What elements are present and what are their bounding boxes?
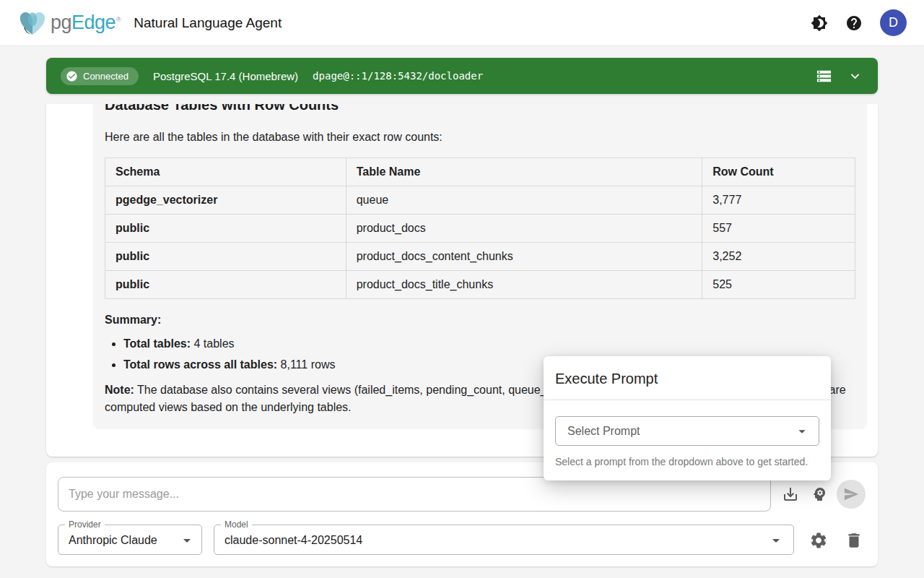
- select-prompt-value: Select Prompt: [567, 425, 640, 438]
- model-settings-button[interactable]: [808, 530, 829, 551]
- message-intro: Here are all the tables in the database …: [105, 130, 855, 144]
- connection-expand-button[interactable]: [847, 68, 863, 85]
- storage-icon: [816, 68, 832, 85]
- check-circle-icon: [66, 70, 78, 82]
- dropdown-arrow-icon: [178, 532, 196, 549]
- select-prompt-dropdown[interactable]: Select Prompt: [555, 416, 819, 446]
- app-header: pgEdge® Natural Language Agent D: [0, 0, 924, 46]
- connection-status-badge: Connected: [61, 67, 139, 85]
- dialog-helper-text: Select a prompt from the dropdown above …: [544, 446, 831, 480]
- brand-registered-mark: ®: [116, 16, 121, 23]
- table-row: public product_docs_title_chunks 525: [105, 271, 855, 299]
- connection-string: dpage@::1/128:5432/docloader: [313, 70, 483, 82]
- server-version: PostgreSQL 17.4 (Homebrew): [153, 70, 298, 82]
- cell-table-name: product_docs: [346, 215, 702, 243]
- column-header-table-name: Table Name: [346, 158, 702, 186]
- summary-value: 8,111 rows: [277, 358, 335, 371]
- execute-prompt-dialog: Execute Prompt Select Prompt Select a pr…: [544, 356, 831, 480]
- pgedge-heart-icon: [17, 9, 48, 37]
- model-select[interactable]: Model claude-sonnet-4-20250514: [214, 525, 794, 555]
- brightness-icon: [811, 14, 828, 32]
- page-title: Natural Language Agent: [134, 15, 282, 31]
- connection-status-label: Connected: [83, 71, 128, 82]
- cell-row-count: 3,777: [702, 186, 855, 215]
- table-row: public product_docs_content_chunks 3,252: [105, 243, 855, 271]
- row-counts-table: Schema Table Name Row Count pgedge_vecto…: [105, 158, 855, 299]
- cell-schema: public: [105, 243, 346, 271]
- send-icon: [843, 486, 859, 502]
- clear-chat-button[interactable]: [844, 530, 864, 551]
- summary-title: Summary:: [105, 314, 855, 327]
- table-row: public product_docs 557: [105, 215, 855, 243]
- cell-row-count: 525: [702, 271, 855, 299]
- database-list-button[interactable]: [816, 68, 832, 85]
- column-header-schema: Schema: [105, 158, 346, 186]
- table-row: pgedge_vectorizer queue 3,777: [105, 186, 855, 215]
- cell-row-count: 557: [702, 215, 855, 243]
- brand-edge: Edge: [71, 12, 116, 34]
- provider-value: Anthropic Claude: [69, 525, 157, 556]
- user-avatar[interactable]: D: [880, 9, 907, 36]
- column-header-row-count: Row Count: [702, 158, 855, 186]
- download-icon: [782, 486, 799, 503]
- list-item: Total tables: 4 tables: [123, 337, 855, 350]
- cell-schema: public: [105, 215, 346, 243]
- cell-table-name: product_docs_content_chunks: [346, 243, 702, 271]
- help-icon: [845, 14, 863, 32]
- provider-select[interactable]: Provider Anthropic Claude: [58, 525, 202, 555]
- dialog-title: Execute Prompt: [544, 356, 831, 400]
- pgedge-logo: pgEdge®: [17, 9, 121, 37]
- send-button[interactable]: [837, 480, 866, 509]
- summary-label: Total tables:: [123, 337, 191, 350]
- message-input[interactable]: [58, 477, 771, 512]
- model-value: claude-sonnet-4-20250514: [225, 525, 362, 556]
- dropdown-arrow-icon: [767, 532, 785, 549]
- psychology-icon: [811, 486, 828, 503]
- table-header-row: Schema Table Name Row Count: [105, 158, 855, 186]
- connection-bar[interactable]: Connected PostgreSQL 17.4 (Homebrew) dpa…: [46, 58, 878, 94]
- download-chat-button[interactable]: [780, 484, 801, 504]
- trash-icon: [845, 531, 863, 550]
- app: pgEdge® Natural Language Agent D Connect…: [0, 0, 924, 578]
- brand-pg: pg: [51, 12, 71, 34]
- dark-mode-toggle-button[interactable]: [811, 14, 828, 32]
- gear-icon: [809, 531, 828, 550]
- cell-schema: public: [105, 271, 346, 299]
- dropdown-arrow-icon: [794, 423, 810, 439]
- summary-value: 4 tables: [191, 337, 234, 350]
- cell-schema: pgedge_vectorizer: [105, 186, 346, 215]
- thinking-mode-button[interactable]: [809, 484, 829, 504]
- cell-table-name: queue: [346, 186, 702, 215]
- cell-table-name: product_docs_title_chunks: [346, 271, 702, 299]
- note-label: Note:: [105, 384, 134, 396]
- summary-label: Total rows across all tables:: [123, 358, 277, 371]
- help-button[interactable]: [845, 14, 863, 32]
- chevron-down-icon: [847, 68, 863, 85]
- dialog-divider: [544, 400, 831, 400]
- cell-row-count: 3,252: [702, 243, 855, 271]
- message-heading: Database Tables with Row Counts: [105, 104, 855, 116]
